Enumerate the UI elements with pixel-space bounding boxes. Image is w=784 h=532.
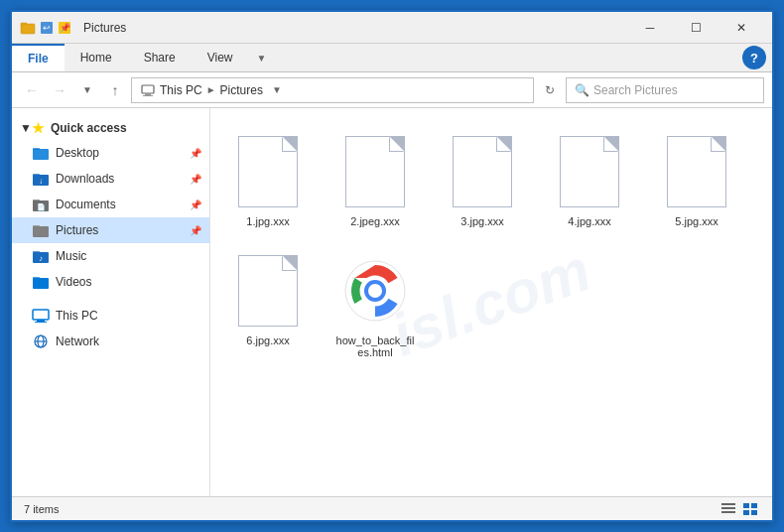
tab-view[interactable]: View xyxy=(192,44,249,71)
doc-shape-4 xyxy=(560,136,619,207)
file-name-2: 2.jpeg.xxx xyxy=(350,215,400,227)
svg-rect-6 xyxy=(142,85,154,93)
breadcrumb-root[interactable]: This PC xyxy=(160,83,202,97)
sidebar-item-network[interactable]: Network xyxy=(12,329,209,354)
svg-rect-12 xyxy=(33,174,40,176)
tab-share[interactable]: Share xyxy=(128,44,192,71)
desktop-label: Desktop xyxy=(56,146,99,160)
svg-rect-10 xyxy=(33,148,40,150)
search-bar[interactable]: 🔍 Search Pictures xyxy=(566,77,764,103)
file-item-3[interactable]: 3.jpg.xxx xyxy=(433,124,532,235)
refresh-button[interactable]: ↻ xyxy=(538,78,562,102)
sidebar-item-desktop[interactable]: Desktop 📌 xyxy=(12,140,209,166)
svg-text:↩: ↩ xyxy=(43,23,51,33)
file-icon-3 xyxy=(448,132,517,211)
doc-shape-5 xyxy=(667,136,726,207)
svg-rect-37 xyxy=(721,511,735,513)
explorer-window: ↩ 📌 Pictures ─ ☐ ✕ File Home Share View … xyxy=(10,10,774,522)
svg-rect-40 xyxy=(743,510,749,515)
file-icon-1 xyxy=(233,132,303,211)
doc-shape-6 xyxy=(238,255,298,327)
close-button[interactable]: ✕ xyxy=(719,12,764,44)
svg-rect-23 xyxy=(33,277,40,279)
file-name-1: 1.jpg.xxx xyxy=(246,215,289,227)
sidebar-item-pictures[interactable]: Pictures 📌 xyxy=(12,217,209,243)
file-name-6: 6.jpg.xxx xyxy=(246,334,289,346)
ribbon-chevron-icon[interactable]: ▼ xyxy=(249,44,275,71)
svg-rect-26 xyxy=(35,322,47,323)
svg-rect-9 xyxy=(33,149,49,160)
svg-rect-36 xyxy=(721,507,735,509)
tab-home[interactable]: Home xyxy=(65,44,128,71)
quick-access-label: Quick access xyxy=(51,121,127,135)
quick-access-chevron: ▼ xyxy=(20,121,32,135)
svg-rect-0 xyxy=(21,24,35,34)
forward-button[interactable]: → xyxy=(48,78,71,102)
file-item-6[interactable]: 6.jpg.xxx xyxy=(218,243,318,366)
breadcrumb-dropdown[interactable]: ▼ xyxy=(267,77,287,103)
quick-access-header[interactable]: ▼ ★ Quick access xyxy=(12,116,209,140)
svg-rect-35 xyxy=(721,503,735,505)
file-item-2[interactable]: 2.jpeg.xxx xyxy=(326,124,425,235)
status-bar: 7 items xyxy=(12,496,772,520)
main-area: ▼ ★ Quick access Desktop 📌 xyxy=(12,108,772,496)
sidebar-item-thispc[interactable]: This PC xyxy=(12,303,209,329)
this-pc-icon xyxy=(140,82,156,98)
file-icon-4 xyxy=(555,132,624,211)
desktop-pin-icon: 📌 xyxy=(190,148,201,159)
undo-icon[interactable]: ↩ xyxy=(40,21,54,35)
file-item-5[interactable]: 5.jpg.xxx xyxy=(647,124,746,235)
file-item-4[interactable]: 4.jpg.xxx xyxy=(540,124,639,235)
ribbon: File Home Share View ▼ ? xyxy=(12,44,772,72)
window-title: Pictures xyxy=(83,21,627,35)
this-pc-sidebar-icon xyxy=(32,307,50,325)
desktop-folder-icon xyxy=(32,144,50,162)
sidebar-item-documents[interactable]: 📄 Documents 📌 xyxy=(12,192,209,217)
doc-shape-3 xyxy=(453,136,512,207)
minimize-button[interactable]: ─ xyxy=(627,12,673,44)
svg-text:📌: 📌 xyxy=(60,22,71,34)
breadcrumb-current[interactable]: Pictures xyxy=(220,83,263,97)
svg-text:♪: ♪ xyxy=(39,254,43,263)
file-item-7[interactable]: how_to_back_files.html xyxy=(326,243,425,366)
back-button[interactable]: ← xyxy=(20,78,44,102)
svg-rect-7 xyxy=(145,93,151,95)
tab-file[interactable]: File xyxy=(12,44,65,71)
title-bar: ↩ 📌 Pictures ─ ☐ ✕ xyxy=(12,12,772,44)
item-count: 7 items xyxy=(24,503,59,515)
sidebar-item-downloads[interactable]: ↓ Downloads 📌 xyxy=(12,166,209,192)
up-button[interactable]: ↑ xyxy=(103,78,127,102)
documents-pin-icon: 📌 xyxy=(190,200,201,210)
svg-rect-24 xyxy=(33,310,49,320)
sidebar-item-music[interactable]: ♪ Music xyxy=(12,243,209,269)
pictures-pin-icon: 📌 xyxy=(190,225,201,236)
svg-rect-1 xyxy=(21,23,27,25)
documents-folder-icon: 📄 xyxy=(32,196,50,213)
breadcrumb-bar[interactable]: This PC ► Pictures ▼ xyxy=(131,77,534,103)
svg-rect-20 xyxy=(33,251,40,253)
doc-shape-2 xyxy=(345,136,405,207)
large-icons-view-button[interactable] xyxy=(740,499,760,519)
file-item-1[interactable]: 1.jpg.xxx xyxy=(218,124,318,235)
file-icon-7 xyxy=(340,251,410,331)
maximize-button[interactable]: ☐ xyxy=(673,12,719,44)
file-name-3: 3.jpg.xxx xyxy=(460,215,503,227)
help-button[interactable]: ? xyxy=(742,46,766,69)
file-icon-6 xyxy=(233,251,303,331)
sidebar: ▼ ★ Quick access Desktop 📌 xyxy=(12,108,210,496)
svg-rect-25 xyxy=(37,320,45,322)
svg-rect-17 xyxy=(33,226,49,237)
svg-text:📄: 📄 xyxy=(37,202,46,211)
file-area: isl.com 1.jpg.xxx 2.jpeg.xxx xyxy=(210,108,772,496)
svg-rect-41 xyxy=(751,510,757,515)
videos-folder-icon xyxy=(32,273,50,291)
sidebar-item-videos[interactable]: Videos xyxy=(12,269,209,295)
pictures-label: Pictures xyxy=(56,223,98,237)
details-view-button[interactable] xyxy=(719,499,738,519)
videos-label: Videos xyxy=(56,275,91,289)
view-buttons xyxy=(719,499,760,519)
file-name-7: how_to_back_files.html xyxy=(333,334,417,358)
chrome-icon xyxy=(343,259,407,323)
pictures-folder-icon xyxy=(32,221,50,239)
dropdown-button[interactable]: ▼ xyxy=(75,78,99,102)
